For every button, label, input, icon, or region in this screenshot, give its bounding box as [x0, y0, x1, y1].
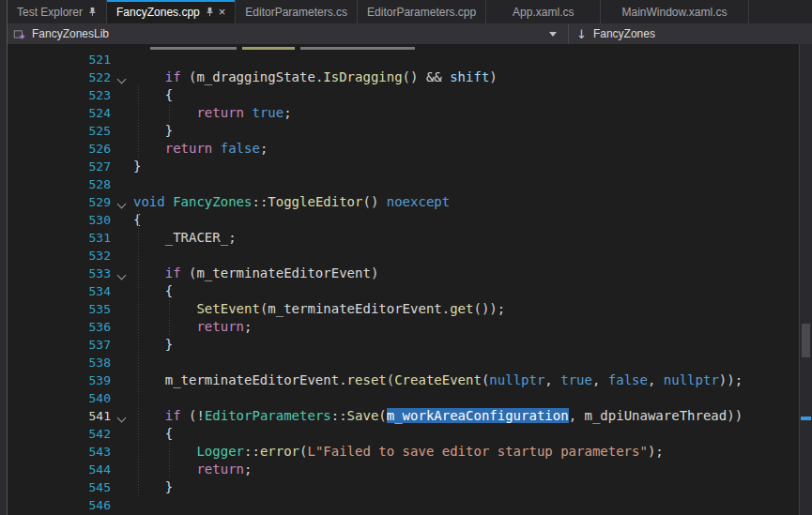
tab-app-xaml-cs[interactable]: App.xaml.cs [486, 0, 601, 23]
code-editor[interactable]: 521522 if (m_draggingState.IsDragging() … [8, 44, 812, 515]
tab-label: EditorParameters.cs [245, 6, 347, 19]
fold-gutter [111, 389, 131, 407]
code-line-529[interactable]: 529void FancyZones::ToggleEditor() noexc… [8, 193, 812, 211]
tab-fancyzones-cpp[interactable]: FancyZones.cpp× [107, 0, 236, 23]
code-line-545[interactable]: 545 } [8, 478, 812, 496]
scrollbar-thumb[interactable] [802, 324, 810, 357]
breakpoint-margin[interactable] [8, 461, 79, 478]
code-line-527[interactable]: 527} [8, 158, 812, 175]
code-text: if (m_terminateEditorEvent) [131, 265, 378, 282]
fold-toggle[interactable] [111, 68, 131, 86]
dock-splitter[interactable] [0, 0, 8, 515]
code-line-542[interactable]: 542 { [8, 425, 812, 443]
down-arrow-icon: ↓ [576, 28, 587, 40]
breakpoint-margin[interactable] [8, 104, 79, 122]
navigation-bar: FancyZonesLib ↓ FancyZones [8, 23, 812, 44]
code-lines: 521522 if (m_draggingState.IsDragging() … [8, 51, 812, 514]
selected-text: m_workAreaConfiguration [387, 408, 569, 423]
breakpoint-margin[interactable] [8, 229, 79, 247]
code-text: void FancyZones::ToggleEditor() noexcept [131, 193, 450, 211]
fold-toggle[interactable] [111, 407, 131, 425]
breakpoint-margin[interactable] [8, 389, 79, 407]
code-line-538[interactable]: 538 [8, 354, 812, 371]
fold-gutter [111, 300, 131, 318]
breakpoint-margin[interactable] [8, 158, 79, 175]
fold-gutter [111, 122, 131, 140]
code-line-534[interactable]: 534 { [8, 282, 812, 300]
code-line-521[interactable]: 521 [8, 51, 812, 68]
fold-toggle[interactable] [111, 193, 131, 211]
code-line-525[interactable]: 525 } [8, 122, 812, 140]
fold-gutter [111, 478, 131, 496]
tab-label: Test Explorer [17, 6, 83, 19]
breakpoint-margin[interactable] [8, 122, 79, 140]
breakpoint-margin[interactable] [8, 371, 79, 389]
fold-gutter [111, 496, 131, 514]
breakpoint-margin[interactable] [8, 193, 79, 211]
code-line-531[interactable]: 531 _TRACER_; [8, 229, 812, 247]
breakpoint-margin[interactable] [8, 478, 79, 496]
code-line-522[interactable]: 522 if (m_draggingState.IsDragging() && … [8, 68, 812, 86]
breakpoint-margin[interactable] [8, 443, 79, 461]
code-text: } [131, 158, 141, 175]
breakpoint-margin[interactable] [8, 86, 79, 104]
code-line-537[interactable]: 537 } [8, 336, 812, 354]
code-line-532[interactable]: 532 [8, 247, 812, 265]
breakpoint-margin[interactable] [8, 247, 79, 265]
tab-editorparameters-cpp[interactable]: EditorParameters.cpp [358, 0, 486, 23]
code-line-526[interactable]: 526 return false; [8, 140, 812, 158]
breakpoint-margin[interactable] [8, 318, 79, 336]
project-dropdown[interactable]: FancyZonesLib [8, 23, 568, 44]
breakpoint-margin[interactable] [8, 300, 79, 318]
close-icon[interactable]: × [219, 6, 226, 18]
breakpoint-margin[interactable] [8, 51, 79, 68]
breakpoint-margin[interactable] [8, 336, 79, 354]
fold-gutter [111, 211, 131, 229]
tab-mainwindow-xaml-cs[interactable]: MainWindow.xaml.cs [601, 0, 748, 23]
visual-studio-editor-window: Test ExplorerFancyZones.cpp×EditorParame… [0, 0, 812, 515]
code-line-536[interactable]: 536 return; [8, 318, 812, 336]
fold-toggle[interactable] [111, 265, 131, 282]
code-line-524[interactable]: 524 return true; [8, 104, 812, 122]
code-line-535[interactable]: 535 SetEvent(m_terminateEditorEvent.get(… [8, 300, 812, 318]
code-text: return true; [131, 104, 292, 122]
line-number: 521 [79, 51, 111, 68]
code-line-523[interactable]: 523 { [8, 86, 812, 104]
pin-icon[interactable] [88, 7, 97, 17]
fold-gutter [111, 425, 131, 443]
pin-icon[interactable] [206, 7, 214, 17]
breakpoint-margin[interactable] [8, 68, 79, 86]
dropdown-chevron-icon[interactable] [549, 32, 557, 37]
breakpoint-margin[interactable] [8, 496, 79, 514]
tab-label: EditorParameters.cpp [367, 6, 476, 19]
breakpoint-margin[interactable] [8, 282, 79, 300]
breakpoint-margin[interactable] [8, 175, 79, 193]
code-line-528[interactable]: 528 [8, 175, 812, 193]
code-line-530[interactable]: 530{ [8, 211, 812, 229]
breakpoint-margin[interactable] [8, 425, 79, 443]
indent-guide [138, 211, 139, 496]
editor-pane: Test ExplorerFancyZones.cpp×EditorParame… [8, 0, 812, 515]
code-text [131, 354, 133, 371]
code-line-544[interactable]: 544 return; [8, 461, 812, 478]
tab-editorparameters-cs[interactable]: EditorParameters.cs [236, 0, 358, 23]
code-line-546[interactable]: 546 [8, 496, 812, 514]
vertical-scrollbar[interactable] [799, 44, 812, 515]
code-line-533[interactable]: 533 if (m_terminateEditorEvent) [8, 265, 812, 282]
member-dropdown[interactable]: ↓ FancyZones [568, 23, 812, 44]
code-text: return false; [131, 140, 268, 158]
chevron-down-icon [116, 271, 126, 280]
code-line-541[interactable]: 541 if (!EditorParameters::Save(m_workAr… [8, 407, 812, 425]
breakpoint-margin[interactable] [8, 354, 79, 371]
code-line-540[interactable]: 540 [8, 389, 812, 407]
code-line-539[interactable]: 539 m_terminateEditorEvent.reset(CreateE… [8, 371, 812, 389]
code-text [131, 175, 133, 193]
breakpoint-margin[interactable] [8, 265, 79, 282]
clipped-text-fragment [150, 47, 237, 50]
tab-test-explorer[interactable]: Test Explorer [8, 0, 107, 23]
code-line-543[interactable]: 543 Logger::error(L"Failed to save edito… [8, 443, 812, 461]
breakpoint-margin[interactable] [8, 140, 79, 158]
breakpoint-margin[interactable] [8, 407, 79, 425]
breakpoint-margin[interactable] [8, 211, 79, 229]
tab-label: MainWindow.xaml.cs [621, 6, 727, 19]
